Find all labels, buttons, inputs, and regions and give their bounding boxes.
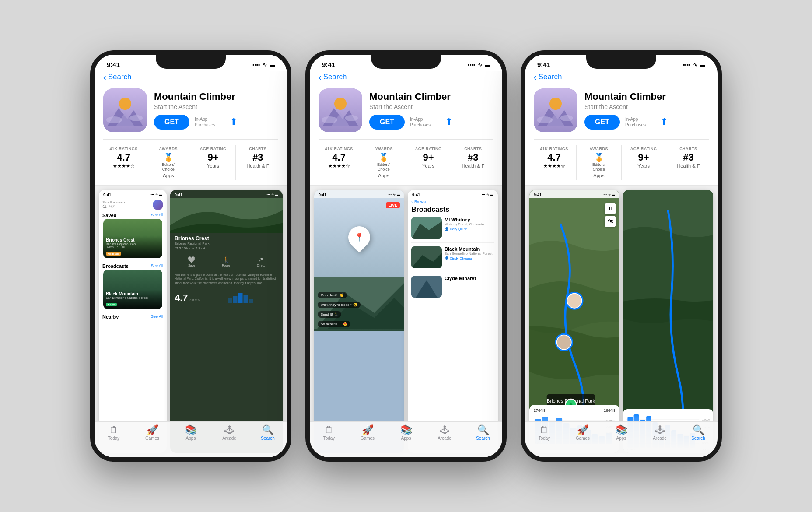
live-badge-1: ● Live — [106, 303, 117, 306]
phone-1: 9:41 ▪▪▪▪ ∿ ▬ ‹ Search — [90, 50, 291, 462]
search-label-1: Search — [261, 436, 275, 441]
mini-wifi-2r: ∿ — [486, 193, 489, 196]
age-label-2: AGE RATING — [406, 147, 451, 151]
phone-3: 9:41 ▪▪▪▪ ∿ ▬ ‹ Search — [521, 50, 722, 462]
divider-2r-2 — [411, 272, 494, 272]
tab-today-2[interactable]: 🗒 Today — [310, 425, 348, 441]
inner-screen-1-left: 9:41 ▪▪▪ ∿ ▬ San Francisco 🌤 — [99, 190, 167, 453]
svg-text:1500ft: 1500ft — [702, 418, 710, 421]
see-all-nearby[interactable]: See All — [151, 314, 163, 319]
bm-name-2: Black Mountain — [444, 246, 494, 252]
mini-signal: ▪▪▪ — [151, 193, 154, 196]
rating-item-charts-2: CHARTS #3 Health & F — [451, 145, 495, 180]
share-button-1[interactable]: ⬆ — [230, 116, 238, 128]
svg-point-16 — [322, 116, 337, 123]
ratings-row-3: 41K RATINGS 4.7 ★★★★☆ AWARDS 🏅 Editors'C… — [525, 140, 718, 186]
inner-screen-3-right: 1500ft 1200ft 900ft 600ft 300ft 0.0mi — [623, 190, 713, 453]
chat-bubble-3: Send It! 🏃‍♂️ — [318, 311, 341, 318]
save-action[interactable]: 🤍 Save — [188, 256, 195, 267]
svg-point-17 — [345, 115, 358, 121]
share-button-2[interactable]: ⬆ — [445, 116, 453, 128]
svg-rect-10 — [243, 295, 248, 303]
tab-today-3[interactable]: 🗒 Today — [525, 425, 564, 441]
map-controls: ⏸ 🗺 — [605, 203, 616, 227]
app-header-1: Mountain Climber Start the Ascent GET In… — [94, 85, 287, 139]
editors-icon: 🏅 — [164, 153, 173, 162]
editors-icon-3: 🏅 — [594, 153, 604, 162]
tab-today-1[interactable]: 🗒 Today — [94, 425, 133, 441]
chat-bubble-4: So beautiful... 😍 — [318, 321, 350, 327]
svg-point-1 — [119, 98, 131, 110]
app-subtitle-1: Start the Ascent — [154, 103, 278, 110]
battery-icon: ▬ — [270, 62, 275, 68]
search-icon-tab-2: 🔍 — [477, 425, 489, 435]
status-time-3: 9:41 — [537, 61, 550, 68]
mini-time-1r: 9:41 — [175, 193, 182, 197]
back-link-1[interactable]: ‹ Search — [103, 73, 278, 81]
mini-icons-1r: ▪▪▪ ∿ ▬ — [267, 193, 278, 196]
screenshots-area-2: 9:41 ▪▪▪ ∿ ▬ 📍 — [310, 186, 502, 457]
tab-games-2[interactable]: 🚀 Games — [348, 425, 387, 441]
arcade-label-3: Arcade — [653, 436, 667, 441]
back-link-3[interactable]: ‹ Search — [534, 73, 709, 81]
tab-apps-2[interactable]: 📚 Apps — [387, 425, 425, 441]
charts-value-3: #3 — [666, 153, 710, 162]
awards-sub: Apps — [163, 173, 174, 178]
mw-info: Mt Whitney Whitney Portal, California 👤 … — [444, 217, 494, 239]
tab-games-1[interactable]: 🚀 Games — [133, 425, 172, 441]
bottom-tabs-3: 🗒 Today 🚀 Games 📚 Apps 🕹 Arcade — [525, 421, 718, 457]
get-button-1[interactable]: GET — [154, 115, 189, 130]
directions-action[interactable]: ↗ Dire... — [257, 256, 265, 267]
scene: 9:41 ▪▪▪▪ ∿ ▬ ‹ Search — [0, 0, 812, 512]
briones-stats: 3-15h · 7.9 mi — [106, 245, 160, 249]
tab-arcade-2[interactable]: 🕹 Arcade — [425, 425, 464, 441]
back-link-2[interactable]: ‹ Search — [318, 73, 494, 81]
map-btn[interactable]: 🗺 — [605, 216, 616, 227]
svg-point-32 — [560, 115, 573, 121]
back-label-1: Search — [108, 73, 132, 81]
mini-icons-1: ▪▪▪ ∿ ▬ — [151, 193, 162, 196]
trail-stats-detail: ⏱ 3-15h · ↔ 7.9 mi — [175, 246, 278, 250]
rating-item-ratings-2: 41K RATINGS 4.7 ★★★★☆ — [317, 145, 361, 180]
pause-btn[interactable]: ⏸ — [605, 203, 616, 214]
tab-apps-3[interactable]: 📚 Apps — [602, 425, 640, 441]
route-action[interactable]: 🚶 Route — [222, 256, 230, 267]
directions-icon: ↗ — [258, 256, 263, 263]
tab-search-1[interactable]: 🔍 Search — [248, 425, 287, 441]
tab-arcade-1[interactable]: 🕹 Arcade — [210, 425, 248, 441]
browse-back[interactable]: ‹ Browse — [411, 200, 494, 204]
bm-info-2: Black Mountain San Bernadino National Fo… — [444, 246, 494, 268]
app-icon-3 — [534, 88, 578, 132]
inner-screen-2-left: 9:41 ▪▪▪ ∿ ▬ 📍 — [314, 190, 404, 453]
trail-name-detail: Briones Crest — [175, 235, 278, 242]
tab-arcade-3[interactable]: 🕹 Arcade — [640, 425, 679, 441]
mini-icons-2r: ▪▪▪ ∿ ▬ — [482, 193, 494, 196]
tab-games-3[interactable]: 🚀 Games — [564, 425, 602, 441]
notch-3 — [586, 55, 656, 69]
mini-signal-r: ▪▪▪ — [267, 193, 270, 196]
arcade-icon-3: 🕹 — [655, 425, 665, 435]
see-all-broadcasts[interactable]: See All — [151, 263, 163, 269]
map-pin: 📍 — [344, 221, 375, 252]
stars: ★★★★☆ — [102, 163, 146, 169]
tab-apps-1[interactable]: 📚 Apps — [172, 425, 210, 441]
status-icons-2: ▪▪▪▪ ∿ ▬ — [468, 62, 490, 68]
clyde-scene — [411, 276, 442, 298]
tab-search-2[interactable]: 🔍 Search — [464, 425, 502, 441]
awards-sub-2: Apps — [378, 173, 389, 178]
mini-wifi: ∿ — [155, 193, 158, 196]
get-button-3[interactable]: GET — [584, 115, 620, 130]
tab-search-3[interactable]: 🔍 Search — [679, 425, 718, 441]
mini-status-2l: 9:41 ▪▪▪ ∿ ▬ — [314, 190, 404, 198]
svg-point-5 — [130, 115, 143, 121]
search-label-2: Search — [476, 436, 490, 441]
iap-text-3: In-App Purchases — [625, 116, 651, 128]
arcade-label-1: Arcade — [222, 436, 236, 441]
ratings-label: 41K RATINGS — [102, 147, 146, 151]
see-all-saved[interactable]: See All — [151, 213, 163, 218]
games-label-3: Games — [576, 436, 590, 441]
chat-bubble-1: Good luck!! 👏 — [318, 292, 347, 298]
get-button-2[interactable]: GET — [369, 115, 405, 130]
bm-thumb-2 — [411, 246, 442, 268]
share-button-3[interactable]: ⬆ — [660, 116, 668, 128]
